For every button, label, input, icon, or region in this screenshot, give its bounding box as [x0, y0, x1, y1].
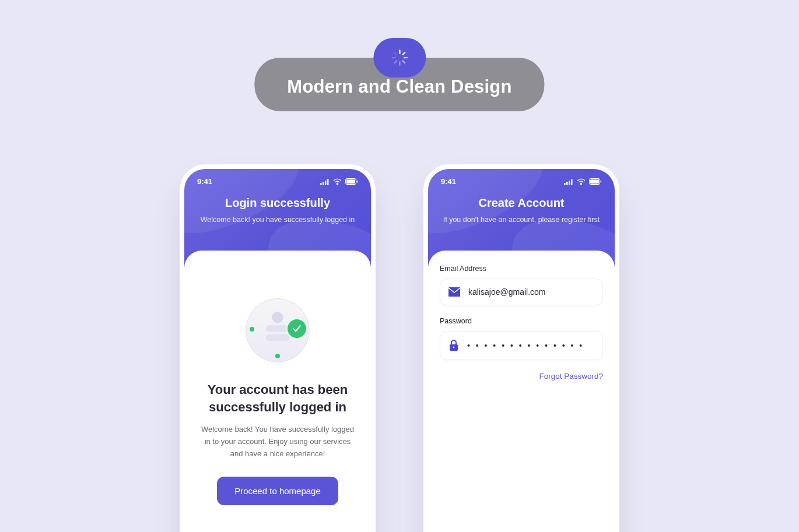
svg-point-15	[272, 312, 283, 323]
svg-rect-19	[566, 182, 568, 185]
status-icons	[320, 178, 358, 185]
signal-icon	[564, 179, 573, 185]
svg-rect-24	[601, 181, 602, 183]
battery-icon	[589, 178, 602, 185]
proceed-button[interactable]: Proceed to homepage	[217, 477, 338, 505]
email-label: Email Address	[440, 265, 603, 273]
status-bar: 9:41	[184, 169, 371, 186]
status-time: 9:41	[441, 177, 456, 186]
success-illustration	[246, 298, 310, 362]
wifi-icon	[333, 178, 342, 185]
status-bar: 9:41	[428, 169, 615, 186]
svg-line-1	[402, 52, 405, 55]
svg-point-27	[453, 347, 455, 348]
check-icon	[286, 318, 308, 340]
signal-icon	[320, 179, 330, 185]
mail-icon	[448, 287, 460, 297]
spinner-icon	[373, 38, 426, 77]
svg-rect-17	[266, 334, 290, 341]
svg-rect-23	[590, 179, 599, 184]
battery-icon	[345, 178, 358, 185]
svg-rect-8	[320, 183, 322, 185]
svg-line-5	[394, 61, 397, 63]
status-time: 9:41	[197, 177, 212, 186]
phone-previews: 9:41 Login successfully Welcome back! yo…	[180, 164, 619, 532]
email-value: kalisajoe@gmail.com	[468, 287, 545, 297]
email-field[interactable]: kalisajoe@gmail.com	[440, 279, 603, 305]
forgot-password-link[interactable]: Forgot Password?	[440, 372, 603, 380]
svg-line-7	[394, 52, 397, 55]
success-title: Your account has been successfully logge…	[198, 381, 357, 415]
status-icons	[564, 178, 602, 185]
wifi-icon	[577, 178, 586, 185]
header-subtitle: Welcome back! you have successfully logg…	[198, 214, 357, 226]
svg-rect-14	[357, 181, 358, 183]
password-value: • • • • • • • • • • • • • •	[467, 341, 584, 350]
svg-rect-20	[569, 181, 570, 185]
banner: Modern and Clean Design	[254, 38, 544, 111]
svg-rect-11	[327, 179, 329, 185]
svg-rect-13	[346, 179, 355, 184]
svg-rect-18	[564, 183, 566, 185]
password-field[interactable]: • • • • • • • • • • • • • •	[440, 331, 603, 360]
success-subtitle: Welcome back! You have successfully logg…	[199, 424, 356, 460]
screen-create-account: 9:41 Create Account If you don't have an…	[423, 164, 619, 532]
header-title: Create Account	[442, 196, 601, 210]
header-title: Login successfully	[198, 196, 357, 210]
svg-rect-9	[323, 182, 324, 185]
svg-rect-21	[571, 179, 573, 185]
svg-rect-10	[325, 181, 327, 185]
svg-line-3	[402, 61, 405, 63]
header-subtitle: If you don't have an account, please reg…	[442, 214, 601, 226]
lock-icon	[448, 340, 459, 351]
password-label: Password	[440, 317, 603, 325]
screen-login-success: 9:41 Login successfully Welcome back! yo…	[180, 164, 376, 532]
